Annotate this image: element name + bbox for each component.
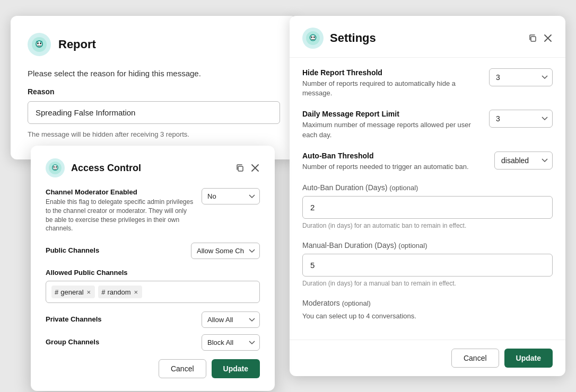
channel-moderator-select[interactable]: No Yes	[202, 188, 260, 204]
svg-rect-10	[238, 166, 243, 171]
manual-ban-duration-input[interactable]	[302, 254, 553, 277]
tag-random: # random ×	[98, 286, 142, 298]
settings-update-button[interactable]: Update	[504, 349, 553, 368]
settings-close-button[interactable]	[543, 33, 553, 43]
access-update-button[interactable]: Update	[212, 359, 260, 378]
report-hint: The message will be hidden after receivi…	[28, 130, 280, 138]
daily-report-limit-select[interactable]: 3 1 2 4 5	[489, 110, 553, 128]
access-control-dialog: Access Control Channel Moderator Enabled…	[31, 146, 275, 391]
tag-random-remove[interactable]: ×	[133, 289, 138, 296]
channel-moderator-title: Channel Moderator Enabled	[46, 188, 195, 196]
svg-point-15	[313, 37, 315, 38]
public-channels-row: Public Channels Allow Some Ch Allow All …	[46, 243, 260, 259]
hide-report-threshold-select[interactable]: 3 1 2 4 5	[489, 68, 553, 86]
moderators-desc: You can select up to 4 conversations.	[302, 311, 553, 321]
auto-ban-threshold-title: Auto-Ban Threshold	[302, 152, 486, 160]
tag-random-name: random	[107, 288, 130, 296]
tag-general-name: general	[60, 288, 83, 296]
private-channels-select[interactable]: Allow All Allow Some Block All	[202, 311, 260, 328]
report-title: Report	[58, 38, 96, 51]
report-subtitle: Please select the reason for hiding this…	[28, 69, 280, 78]
auto-ban-duration-input[interactable]	[302, 196, 553, 219]
access-header-left: Access Control	[46, 158, 141, 177]
settings-body: Hide Report Threshold Number of reports …	[290, 58, 565, 340]
svg-rect-16	[531, 37, 536, 41]
settings-cancel-button[interactable]: Cancel	[451, 349, 499, 368]
tag-random-hash: #	[101, 288, 105, 296]
hide-report-threshold-row: Hide Report Threshold Number of reports …	[302, 68, 553, 98]
moderators-group: Moderators (optional) You can select up …	[302, 299, 553, 321]
group-channels-row: Group Channels Block All Allow All Allow…	[46, 334, 260, 351]
close-button[interactable]	[250, 163, 260, 173]
report-logo	[28, 33, 51, 56]
private-channels-label: Private Channels	[46, 315, 102, 323]
tags-container[interactable]: # general × # random ×	[46, 281, 260, 303]
access-title: Access Control	[71, 163, 141, 174]
daily-message-report-limit-text: Daily Message Report Limit Maximum numbe…	[302, 110, 481, 139]
group-channels-select[interactable]: Block All Allow All Allow Some	[202, 334, 260, 351]
auto-ban-threshold-desc: Number of reports needed to trigger an a…	[302, 162, 486, 172]
private-channels-row: Private Channels Allow All Allow Some Bl…	[46, 311, 260, 328]
hide-report-threshold-text: Hide Report Threshold Number of reports …	[302, 68, 481, 98]
channel-moderator-text: Channel Moderator Enabled Enable this fl…	[46, 188, 195, 233]
svg-point-14	[311, 37, 312, 38]
settings-dialog-icons	[527, 33, 553, 43]
settings-dialog: Settings Hide Report Threshold Number of…	[290, 16, 565, 376]
settings-header: Settings	[290, 16, 565, 58]
tag-general: # general ×	[51, 286, 95, 298]
auto-ban-threshold-select[interactable]: disabled 5 10 20	[494, 152, 553, 170]
settings-header-left: Settings	[302, 28, 376, 49]
settings-footer: Cancel Update	[290, 340, 565, 376]
access-cancel-button[interactable]: Cancel	[159, 359, 206, 378]
public-channels-select[interactable]: Allow Some Ch Allow All Block All	[191, 243, 260, 259]
svg-point-4	[40, 43, 41, 44]
manual-ban-duration-group: Manual-Ban Duration (Days) (optional) Du…	[302, 241, 553, 287]
public-channels-label: Public Channels	[46, 246, 99, 254]
hide-report-threshold-title: Hide Report Threshold	[302, 68, 481, 77]
auto-ban-duration-label: Auto-Ban Duration (Days) (optional)	[302, 183, 553, 192]
channel-moderator-desc: Enable this flag to delegate specific ad…	[46, 198, 195, 233]
access-dialog-icons	[234, 163, 260, 173]
reason-label: Reason	[28, 87, 280, 96]
daily-report-limit-desc: Maximum number of message reports allowe…	[302, 120, 481, 139]
allowed-channels-label: Allowed Public Channels	[46, 269, 260, 277]
report-dialog: Report Please select the reason for hidi…	[11, 16, 297, 159]
access-footer: Cancel Update	[46, 359, 260, 378]
access-header-row: Access Control	[46, 158, 260, 177]
auto-ban-threshold-text: Auto-Ban Threshold Number of reports nee…	[302, 152, 486, 172]
tag-general-hash: #	[55, 288, 58, 296]
manual-ban-duration-hint: Duration (in days) for a manual ban to r…	[302, 280, 553, 287]
settings-title: Settings	[330, 31, 376, 45]
hide-report-threshold-desc: Number of reports required to automatica…	[302, 79, 481, 98]
svg-point-8	[54, 166, 55, 168]
channel-moderator-row: Channel Moderator Enabled Enable this fl…	[46, 188, 260, 233]
allowed-public-channels-section: Allowed Public Channels # general × # ra…	[46, 269, 260, 303]
access-logo	[46, 158, 65, 177]
auto-ban-threshold-row: Auto-Ban Threshold Number of reports nee…	[302, 152, 553, 172]
settings-logo	[302, 28, 324, 49]
group-channels-label: Group Channels	[46, 338, 99, 346]
reason-input[interactable]	[28, 101, 280, 124]
daily-report-limit-title: Daily Message Report Limit	[302, 110, 481, 118]
settings-copy-button[interactable]	[527, 33, 538, 43]
daily-message-report-limit-row: Daily Message Report Limit Maximum numbe…	[302, 110, 553, 139]
moderators-label: Moderators (optional)	[302, 299, 553, 307]
tag-general-remove[interactable]: ×	[86, 289, 91, 296]
svg-point-9	[56, 166, 57, 168]
svg-point-3	[37, 43, 39, 44]
copy-button[interactable]	[234, 163, 245, 173]
auto-ban-duration-group: Auto-Ban Duration (Days) (optional) Dura…	[302, 183, 553, 229]
report-header: Report	[28, 33, 280, 56]
manual-ban-duration-label: Manual-Ban Duration (Days) (optional)	[302, 241, 553, 250]
auto-ban-duration-hint: Duration (in days) for an automatic ban …	[302, 222, 553, 229]
